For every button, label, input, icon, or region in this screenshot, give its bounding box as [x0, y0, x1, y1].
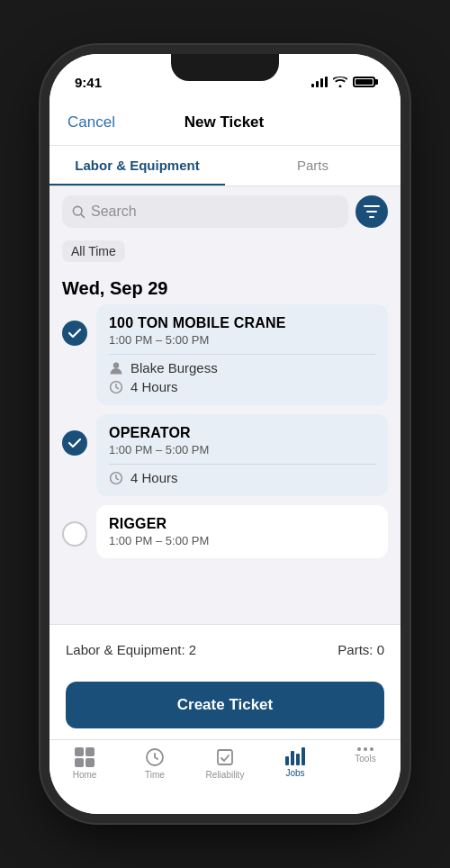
scrollable-content: Search All Time — [50, 186, 400, 624]
item-card-crane[interactable]: 100 TON MOBILE CRANE 1:00 PM – 5:00 PM B… — [96, 304, 388, 405]
nav-label-reliability: Reliability — [206, 770, 245, 780]
date-header: Wed, Sep 29 — [50, 269, 400, 304]
item-time: 1:00 PM – 5:00 PM — [109, 333, 375, 347]
summary-bar: Labor & Equipment: 2 Parts: 0 — [50, 624, 400, 674]
list-item: OPERATOR 1:00 PM – 5:00 PM 4 Hours — [62, 414, 388, 496]
tools-icon — [357, 747, 374, 751]
nav-label-time: Time — [145, 770, 165, 780]
checkmark-icon — [68, 439, 81, 448]
search-bar-container: Search — [50, 186, 400, 237]
home-icon — [75, 747, 94, 767]
nav-item-reliability[interactable]: Reliability — [190, 747, 260, 780]
svg-rect-9 — [218, 750, 232, 764]
nav-bar: Cancel New Ticket — [50, 99, 400, 146]
svg-line-1 — [81, 214, 85, 218]
nav-item-jobs[interactable]: Jobs — [260, 747, 330, 778]
nav-item-home[interactable]: Home — [50, 747, 120, 780]
hours-text: 4 Hours — [130, 379, 178, 394]
search-bar[interactable]: Search — [62, 195, 348, 228]
svg-rect-2 — [364, 205, 380, 207]
clock-icon — [109, 471, 123, 485]
filter-chip-label: All Time — [71, 244, 116, 258]
item-detail-person: Blake Burgess — [109, 360, 375, 375]
nav-item-tools[interactable]: Tools — [330, 747, 400, 764]
item-detail-hours1: 4 Hours — [109, 379, 375, 394]
parts-summary: Parts: 0 — [338, 642, 384, 657]
battery-icon — [353, 77, 375, 87]
status-time: 9:41 — [75, 75, 102, 90]
person-name: Blake Burgess — [130, 360, 218, 375]
wifi-icon — [333, 77, 347, 87]
filter-chip-row: All Time — [50, 237, 400, 269]
item-card-operator[interactable]: OPERATOR 1:00 PM – 5:00 PM 4 Hours — [96, 414, 388, 496]
search-placeholder: Search — [91, 203, 137, 220]
signal-icon — [311, 77, 328, 87]
reliability-icon — [215, 747, 235, 767]
list-item: 100 TON MOBILE CRANE 1:00 PM – 5:00 PM B… — [62, 304, 388, 405]
nav-item-time[interactable]: Time — [120, 747, 190, 780]
tab-parts[interactable]: Parts — [225, 146, 400, 185]
item-card-rigger[interactable]: RIGGER 1:00 PM – 5:00 PM — [96, 505, 388, 558]
status-icons — [311, 77, 375, 87]
create-btn-area: Create Ticket — [50, 674, 400, 739]
nav-label-jobs: Jobs — [285, 768, 304, 778]
tab-labor-equipment[interactable]: Labor & Equipment — [50, 146, 225, 185]
checkbox-item3[interactable] — [62, 521, 87, 547]
person-icon — [109, 361, 123, 375]
checkmark-icon — [68, 329, 81, 338]
tab-bar: Labor & Equipment Parts — [50, 146, 400, 186]
status-bar: 9:41 — [50, 54, 400, 99]
item-title: OPERATOR — [109, 425, 375, 441]
bottom-nav: Home Time Reliability — [50, 739, 400, 814]
clock-icon — [109, 380, 123, 394]
checkbox-item1[interactable] — [62, 321, 87, 346]
jobs-icon — [285, 747, 305, 765]
svg-rect-3 — [366, 211, 377, 212]
hours-text: 4 Hours — [130, 470, 178, 485]
search-icon — [71, 204, 86, 219]
filter-icon — [364, 205, 380, 218]
nav-label-tools: Tools — [355, 754, 375, 764]
item-detail-hours2: 4 Hours — [109, 470, 375, 485]
item-time: 1:00 PM – 5:00 PM — [109, 534, 375, 547]
all-time-filter-chip[interactable]: All Time — [62, 240, 125, 262]
list-item: RIGGER 1:00 PM – 5:00 PM — [62, 505, 388, 558]
nav-label-home: Home — [73, 770, 97, 780]
item-title: 100 TON MOBILE CRANE — [109, 315, 375, 331]
time-icon — [145, 747, 165, 767]
cancel-button[interactable]: Cancel — [68, 113, 115, 131]
item-title: RIGGER — [109, 516, 375, 532]
page-title: New Ticket — [184, 113, 265, 131]
create-ticket-button[interactable]: Create Ticket — [66, 682, 384, 728]
svg-point-5 — [113, 362, 119, 367]
item-time: 1:00 PM – 5:00 PM — [109, 443, 375, 457]
labor-equipment-summary: Labor & Equipment: 2 — [66, 642, 196, 657]
filter-button[interactable] — [356, 195, 388, 228]
checkbox-item2[interactable] — [62, 430, 87, 456]
svg-rect-4 — [369, 216, 374, 218]
